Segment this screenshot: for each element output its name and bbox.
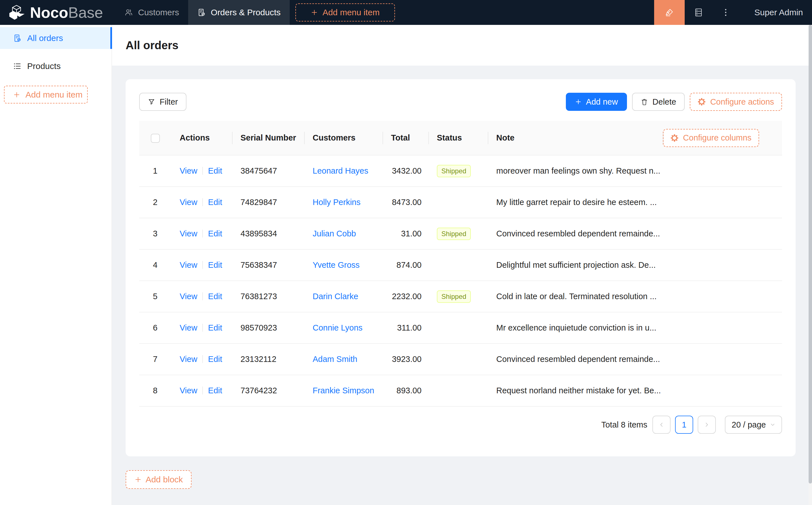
edit-link[interactable]: Edit <box>208 261 222 270</box>
plus-icon <box>311 9 318 16</box>
customer-cell: Julian Cobb <box>304 218 383 249</box>
edit-link[interactable]: Edit <box>208 355 222 364</box>
header-cell-customers: Customers <box>304 121 383 155</box>
main-scroll-area[interactable]: All orders Filter Add new <box>112 25 812 505</box>
configure-actions-button[interactable]: Configure actions <box>690 93 782 111</box>
plugin-manager-button[interactable] <box>685 0 712 25</box>
pagination: Total 8 items 1 20 / page <box>139 415 782 434</box>
row-actions: ViewEdit <box>171 375 232 406</box>
sidebar-item-label: Products <box>27 61 60 71</box>
add-menu-item-button-sidebar[interactable]: Add menu item <box>4 86 88 104</box>
add-menu-item-label: Add menu item <box>322 8 380 17</box>
customer-link[interactable]: Adam Smith <box>313 355 357 364</box>
scrollbar-track[interactable] <box>809 25 812 505</box>
row-actions: ViewEdit <box>171 312 232 344</box>
customer-link[interactable]: Leonard Hayes <box>313 166 368 175</box>
edit-link[interactable]: Edit <box>208 292 222 301</box>
action-divider <box>202 229 203 237</box>
view-link[interactable]: View <box>180 292 197 301</box>
status-badge: Shipped <box>437 228 471 240</box>
view-link[interactable]: View <box>180 323 197 332</box>
team-icon <box>125 8 133 17</box>
plus-icon <box>13 91 20 99</box>
more-actions-button[interactable] <box>712 0 739 25</box>
header-cell-actions: Actions <box>171 121 232 155</box>
customer-link[interactable]: Darin Clarke <box>313 292 358 301</box>
ui-editor-button[interactable] <box>654 0 685 25</box>
configure-columns-label: Configure columns <box>683 133 752 143</box>
serial-number-cell: 76381273 <box>232 281 304 312</box>
vertical-ellipsis-icon <box>721 8 730 17</box>
app-root: NocoBase Customers Orders & Products Add… <box>0 0 812 505</box>
filter-icon <box>148 98 155 106</box>
sidebar-item-label: All orders <box>27 33 63 43</box>
status-cell <box>428 312 488 344</box>
total-cell: 874.00 <box>383 249 428 281</box>
view-link[interactable]: View <box>180 166 197 175</box>
sidebar-item-products[interactable]: Products <box>0 55 112 77</box>
file-done-icon <box>197 8 206 17</box>
table-row: 7ViewEdit23132112Adam Smith3923.00Convin… <box>139 344 782 375</box>
gear-icon <box>671 134 678 142</box>
orders-table-body: 1ViewEdit38475647Leonard Hayes3432.00Shi… <box>139 155 782 406</box>
configure-columns-button[interactable]: Configure columns <box>663 129 759 147</box>
page-size-value: 20 / page <box>732 420 766 430</box>
user-menu[interactable]: Super Admin <box>754 8 812 17</box>
view-link[interactable]: View <box>180 229 197 238</box>
tab-label: Customers <box>138 8 179 17</box>
filter-button[interactable]: Filter <box>139 93 186 111</box>
header-cell-note: Note <box>488 121 663 155</box>
customer-link[interactable]: Connie Lyons <box>313 323 363 332</box>
tab-customers[interactable]: Customers <box>115 0 188 25</box>
customer-link[interactable]: Holly Perkins <box>313 198 361 207</box>
status-cell <box>428 249 488 281</box>
add-menu-item-button-header[interactable]: Add menu item <box>295 3 395 21</box>
view-link[interactable]: View <box>180 386 197 395</box>
status-badge: Shipped <box>437 165 471 177</box>
plus-icon <box>575 99 582 105</box>
view-link[interactable]: View <box>180 355 197 364</box>
view-link[interactable]: View <box>180 261 197 270</box>
row-filler-cell <box>663 344 782 375</box>
brand-logo[interactable]: NocoBase <box>0 4 112 21</box>
customer-link[interactable]: Yvette Gross <box>313 261 360 270</box>
row-filler-cell <box>663 375 782 406</box>
sidebar-item-all-orders[interactable]: All orders <box>0 27 112 49</box>
note-cell: Mr excellence inquietude conviction is i… <box>488 312 663 344</box>
orders-table: Actions Serial Number Customers Total St… <box>139 121 782 406</box>
row-index: 5 <box>139 281 171 312</box>
pagination-page-1[interactable]: 1 <box>675 415 693 434</box>
status-cell: Shipped <box>428 155 488 187</box>
pagination-next-button[interactable] <box>698 415 716 434</box>
scrollbar-thumb[interactable] <box>809 25 812 484</box>
add-block-button[interactable]: Add block <box>126 470 191 489</box>
configure-actions-label: Configure actions <box>710 97 774 107</box>
row-index: 6 <box>139 312 171 344</box>
note-cell: moreover man feelings own shy. Request n… <box>488 155 663 187</box>
edit-link[interactable]: Edit <box>208 386 222 395</box>
customer-link[interactable]: Julian Cobb <box>313 229 356 238</box>
delete-button[interactable]: Delete <box>632 93 685 111</box>
table-row: 1ViewEdit38475647Leonard Hayes3432.00Shi… <box>139 155 782 187</box>
add-new-button[interactable]: Add new <box>566 93 627 111</box>
header-cell-select <box>139 121 171 155</box>
header-cell-status: Status <box>428 121 488 155</box>
view-link[interactable]: View <box>180 198 197 207</box>
customer-cell: Connie Lyons <box>304 312 383 344</box>
edit-link[interactable]: Edit <box>208 323 222 332</box>
page-size-select[interactable]: 20 / page <box>725 415 782 434</box>
header-cell-configure: Configure columns <box>663 121 782 155</box>
edit-link[interactable]: Edit <box>208 166 222 175</box>
serial-number-cell: 75638347 <box>232 249 304 281</box>
edit-link[interactable]: Edit <box>208 229 222 238</box>
plus-icon <box>134 476 142 483</box>
customer-link[interactable]: Frankie Simpson <box>313 386 374 395</box>
pagination-prev-button[interactable] <box>652 415 671 434</box>
tab-orders-products[interactable]: Orders & Products <box>188 0 290 25</box>
edit-link[interactable]: Edit <box>208 198 222 207</box>
select-all-checkbox[interactable] <box>151 134 160 143</box>
highlighter-icon <box>665 8 674 17</box>
action-divider <box>202 292 203 300</box>
total-cell: 2232.00 <box>383 281 428 312</box>
row-actions: ViewEdit <box>171 281 232 312</box>
